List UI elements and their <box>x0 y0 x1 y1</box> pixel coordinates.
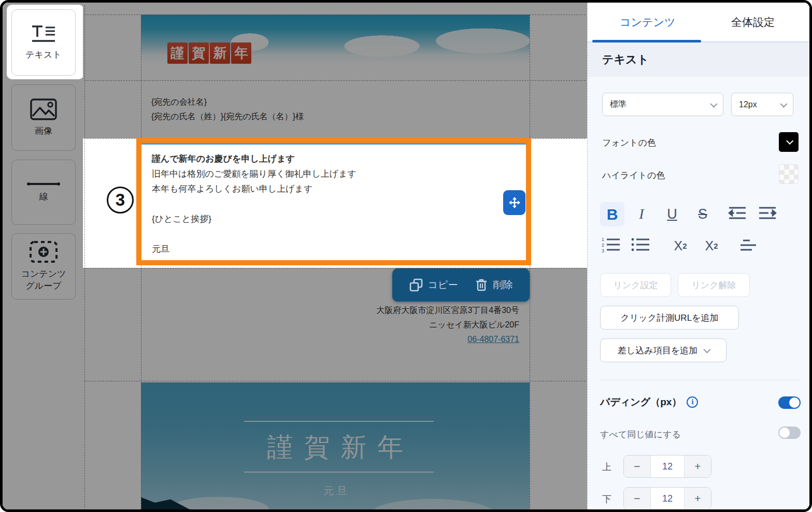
highlight-color-label: ハイライトの色 <box>602 169 665 181</box>
greeting-text[interactable]: 謹んで新年のお慶びを申し上げます 旧年中は格別のご愛顧を賜り厚く御礼申し上げます… <box>152 151 516 257</box>
email-editor-window: 画像 線 コンテンツグループ テキスト <box>0 0 812 512</box>
greeting-line <box>152 196 516 211</box>
header-image-block[interactable]: 謹 賀 新 年 <box>141 15 530 80</box>
stamp-char: 年 <box>231 42 251 64</box>
padding-bottom-stepper: − 12 + <box>623 487 711 510</box>
decorative-rule <box>244 421 434 422</box>
ordered-list-icon: 1 2 3 <box>602 237 620 252</box>
decrement-button[interactable]: − <box>624 456 651 477</box>
chevron-down-icon <box>703 346 710 353</box>
align-button[interactable] <box>739 238 757 252</box>
svg-text:2: 2 <box>602 243 604 248</box>
outdent-button[interactable] <box>728 206 747 220</box>
padding-top-value[interactable]: 12 <box>651 456 684 477</box>
bold-button[interactable]: B <box>600 202 624 226</box>
footer-image-block[interactable]: 謹賀新年 元旦 <box>141 382 530 512</box>
highlight-color-swatch[interactable] <box>779 164 799 184</box>
indent-button[interactable] <box>758 206 777 220</box>
stamp-char: 新 <box>210 42 230 64</box>
svg-text:3: 3 <box>602 248 604 252</box>
tab-global-settings[interactable]: 全体設定 <box>731 15 775 30</box>
copy-button[interactable]: コピー <box>409 278 458 292</box>
sidebar-item-text[interactable]: テキスト <box>11 9 76 76</box>
same-value-toggle[interactable] <box>778 426 801 439</box>
font-style-select[interactable]: 標準 <box>602 93 723 116</box>
subscript-button[interactable]: X2 <box>701 237 722 254</box>
delete-button[interactable]: 削除 <box>475 278 512 292</box>
copy-label: コピー <box>428 278 458 292</box>
selected-text-block[interactable]: 謹んで新年のお慶びを申し上げます 旧年中は格別のご愛顧を賜り厚く御礼申し上げます… <box>136 138 531 265</box>
underline-button[interactable]: U <box>662 204 682 224</box>
footer-image-subtitle: 元旦 <box>141 484 530 498</box>
outdent-icon <box>728 206 747 220</box>
recipient-text-block[interactable]: {宛先の会社名} {宛先の氏名（姓）}{宛先の氏名（名）}様 <box>151 95 304 124</box>
font-color-label: フォントの色 <box>602 137 656 149</box>
tab-contents[interactable]: コンテンツ <box>620 15 675 30</box>
same-value-label: すべて同じ値にする <box>600 429 681 440</box>
padding-toggle[interactable] <box>778 396 801 409</box>
recipient-company-line: {宛先の会社名} <box>151 95 304 109</box>
stamp-char: 賀 <box>189 42 209 64</box>
italic-button[interactable]: I <box>634 204 649 224</box>
font-size-select[interactable]: 12px <box>731 93 793 116</box>
indent-icon <box>758 206 777 220</box>
new-year-stamps: 謹 賀 新 年 <box>167 42 251 64</box>
padding-label: パディング（px） i <box>600 395 698 409</box>
bullet-list-icon <box>631 237 650 252</box>
guide-line <box>84 80 586 81</box>
padding-bottom-value[interactable]: 12 <box>651 488 684 509</box>
link-unset-button[interactable]: リンク解除 <box>678 273 750 297</box>
padding-top-stepper: − 12 + <box>623 455 711 478</box>
guide-line <box>84 5 85 512</box>
padding-top-label: 上 <box>602 461 611 473</box>
decrement-button[interactable]: − <box>624 488 651 509</box>
svg-text:1: 1 <box>602 237 604 242</box>
padding-bottom-label: 下 <box>602 493 611 505</box>
email-canvas: 謹 賀 新 年 {宛先の会社名} {宛先の氏名（姓）}{宛先の氏名（名）}様 {… <box>83 3 587 512</box>
greeting-line: 謹んで新年のお慶びを申し上げます <box>152 151 516 166</box>
strikethrough-button[interactable]: S <box>691 204 715 224</box>
drag-move-handle[interactable] <box>503 190 525 215</box>
block-toolbar: コピー 削除 <box>392 268 530 302</box>
superscript-button[interactable]: X2 <box>670 237 691 254</box>
merge-field-button[interactable]: 差し込み項目を追加 <box>600 338 726 362</box>
toggle-knob <box>779 428 790 438</box>
info-icon[interactable]: i <box>687 396 698 408</box>
increment-button[interactable]: + <box>684 456 711 477</box>
sender-address-line2: ニッセイ新大阪ビル20F <box>376 318 519 332</box>
chevron-down-icon <box>786 137 793 145</box>
bullet-list-button[interactable] <box>631 237 650 252</box>
block-top-highlight <box>141 143 526 145</box>
step-annotation-badge: 3 <box>107 187 134 214</box>
subscript-idx: 2 <box>714 241 718 250</box>
chevron-down-icon <box>780 100 787 107</box>
panel-divider <box>600 380 800 380</box>
ordered-list-button[interactable]: 1 2 3 <box>602 237 620 252</box>
greeting-line <box>152 226 516 241</box>
greeting-line: 旧年中は格別のご愛顧を賜り厚く御礼申し上げます <box>152 166 516 181</box>
sidebar-toolbox: 画像 線 コンテンツグループ テキスト <box>3 3 83 509</box>
guide-line <box>84 15 586 15</box>
font-color-swatch[interactable] <box>779 132 799 152</box>
copy-icon <box>409 278 423 292</box>
text-icon <box>31 24 56 44</box>
subscript-base: X <box>705 238 714 253</box>
increment-button[interactable]: + <box>684 488 711 509</box>
superscript-exp: 2 <box>682 241 687 250</box>
decorative-rule <box>244 472 434 473</box>
greeting-line: 元旦 <box>152 241 516 257</box>
chevron-down-icon <box>710 100 717 107</box>
panel-tabbar: コンテンツ 全体設定 <box>588 3 812 42</box>
greeting-line: 本年も何卒よろしくお願い申し上げます <box>152 181 516 196</box>
link-set-button[interactable]: リンク設定 <box>600 273 671 297</box>
section-title: テキスト <box>588 42 812 77</box>
font-size-value: 12px <box>739 100 757 109</box>
footer-image-title: 謹賀新年 <box>141 430 530 465</box>
click-tracking-url-button[interactable]: クリック計測URLを追加 <box>600 306 739 330</box>
delete-label: 削除 <box>493 278 512 292</box>
font-style-value: 標準 <box>610 99 626 110</box>
move-icon <box>507 195 522 210</box>
sidebar-item-label: テキスト <box>25 49 62 61</box>
phone-link[interactable]: 06-4807-6371 <box>467 335 519 344</box>
align-icon <box>739 238 757 252</box>
